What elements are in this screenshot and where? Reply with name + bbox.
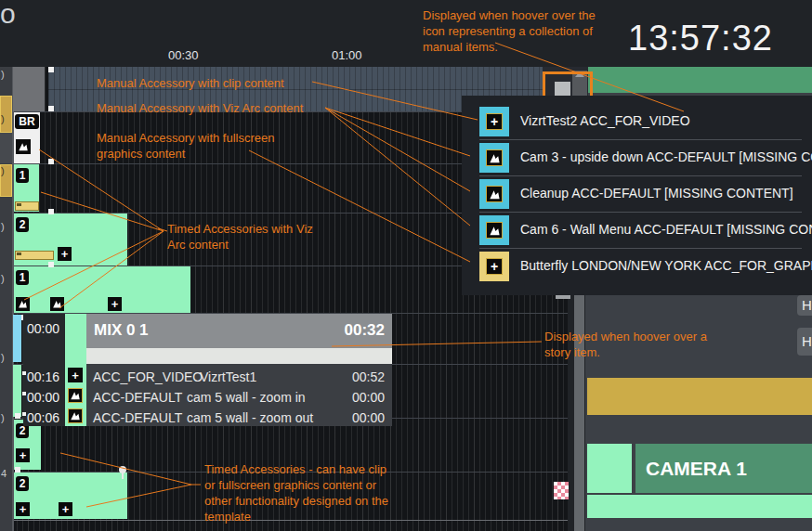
row-start-marker	[15, 413, 20, 419]
transparency-checker-icon	[554, 482, 569, 499]
story-accessory-row: ACC-DEFAULT cam 5 wall - zoom in 00:00	[86, 387, 392, 408]
panel-button-1[interactable]: H	[797, 295, 812, 316]
story-accessory-row: ACC-DEFAULT cam 5 wall - zoom out 00:00	[86, 408, 392, 428]
manual-item[interactable]: Cam 6 - Wall Menu ACC-DEFAULT [MISSING C…	[462, 212, 812, 248]
annotation-timed-accessories: Timed Accessories with Viz Arc content	[167, 221, 325, 253]
accessory-type: ACC-DEFAULT	[93, 408, 182, 428]
annotation-fullscreen-content: Manual Accessory with fullscreen graphic…	[97, 130, 282, 162]
story-accessory-row: ACC_FOR_VIDEO VizrtTest1 00:52	[86, 367, 392, 387]
time-tick	[22, 371, 26, 375]
row-start-marker	[48, 209, 54, 214]
camera-item-block[interactable]: CAMERA 1	[635, 444, 812, 493]
story-accessory-list: ACC_FOR_VIDEO VizrtTest1 00:52 ACC-DEFAU…	[86, 364, 392, 426]
wall-clock: 13:57:32	[628, 19, 773, 58]
clip-plus-icon[interactable]: +	[16, 502, 30, 516]
viz-arc-icon[interactable]	[68, 408, 83, 423]
annotation-collection: Displayed when hoover over the icon repr…	[423, 7, 609, 55]
clip-plus-icon: +	[479, 107, 509, 136]
row-start-marker	[48, 67, 54, 72]
row-header-block	[13, 67, 45, 111]
row-start-marker	[48, 106, 54, 111]
clip-badge: 1	[16, 168, 29, 183]
window-title-fragment: o	[0, 0, 16, 30]
clip-plus-icon[interactable]: +	[16, 448, 30, 462]
manual-item[interactable]: + VizrtTest2 ACC_FOR_VIDEO	[462, 103, 812, 139]
clip-item-strip[interactable]	[587, 495, 812, 518]
wall-item-bar[interactable]	[587, 378, 812, 415]
annotation-vizarc-content: Manual Accessory with Viz Arc content	[97, 100, 357, 116]
accessory-duration: 00:00	[352, 387, 385, 408]
accessory-type: ACC_FOR_VIDEO	[93, 367, 203, 387]
row-start-marker	[15, 467, 20, 473]
clip-badge: 2	[16, 476, 29, 491]
ruler-tick-0100: 01:00	[332, 48, 362, 62]
accessory-time: 00:06	[27, 410, 59, 425]
duration-bar-notch	[17, 253, 21, 255]
manual-item[interactable]: Cam 3 - upside down ACC-DEFAULT [MISSING…	[462, 139, 812, 175]
story-color-tab	[0, 133, 12, 163]
pre-time: 00:00	[27, 321, 59, 336]
story-number-clipped: )	[1, 412, 5, 423]
viz-arc-icon	[479, 215, 509, 245]
clip-badge: 2	[16, 217, 29, 232]
viz-arc-icon[interactable]	[16, 139, 31, 154]
viz-arc-icon[interactable]	[50, 297, 64, 311]
manual-item[interactable]: + Butterfly LONDON/NEW YORK ACC_FOR_GRAP…	[462, 248, 812, 284]
clip-plus-icon[interactable]: +	[108, 297, 122, 311]
viz-arc-icon	[479, 179, 509, 209]
time-tick	[22, 392, 26, 395]
accessory-duration: 00:00	[352, 408, 385, 428]
panel-button-2[interactable]: H	[797, 328, 812, 356]
viz-arc-icon[interactable]	[68, 388, 83, 403]
story-number-clipped: )	[1, 69, 5, 80]
br-badge: BR	[15, 114, 39, 129]
manual-items-popup: + VizrtTest2 ACC_FOR_VIDEO Cam 3 - upsid…	[462, 96, 812, 295]
clip-plus-icon[interactable]: +	[59, 502, 72, 516]
story-tooltip-time-column: 00:00 00:16 00:00 00:06	[23, 314, 65, 426]
clip-plus-icon[interactable]: +	[68, 368, 83, 382]
clip-badge: 1	[16, 270, 29, 285]
accessory-time: 00:16	[27, 369, 59, 384]
story-tooltip: MIX 0 1 00:32 ACC_FOR_VIDEO VizrtTest1 0…	[86, 314, 392, 426]
clip-edge-indicator	[13, 365, 21, 417]
story-title: MIX 0 1	[94, 321, 149, 340]
ruler-tick-0030: 00:30	[168, 48, 199, 62]
accessory-duration: 00:52	[352, 367, 385, 387]
story-number-clipped: )	[1, 273, 5, 284]
timed-accessory-clip[interactable]	[14, 266, 190, 313]
row-start-marker	[48, 262, 54, 267]
annotation-timed-bottom: Timed Accessories - can have clip or ful…	[204, 461, 413, 525]
story-number-clipped: )	[1, 221, 5, 232]
story-number-clipped: )	[1, 352, 5, 363]
time-tick	[22, 412, 26, 416]
annotation-story-item: Displayed when hoover over a story item.	[544, 329, 740, 360]
clip-pin-stem	[122, 473, 124, 479]
accessory-name: cam 5 wall - zoom in	[187, 387, 306, 408]
accessory-time: 00:00	[27, 390, 59, 405]
accessory-name: VizrtTest1	[200, 367, 256, 387]
clip-plus-icon[interactable]: +	[58, 247, 72, 261]
story-tooltip-header: MIX 0 1 00:32	[86, 314, 392, 348]
story-progress-bar	[86, 348, 392, 364]
accessory-type: ACC-DEFAULT	[93, 387, 182, 408]
mosart-timeline-window: o 13:57:32 00:30 01:00 ) ) ) ) ) ) ) 4 B…	[0, 0, 812, 531]
camera-pre-cell[interactable]	[587, 444, 632, 493]
viz-arc-icon[interactable]	[16, 297, 30, 311]
story-number-clipped: )	[1, 113, 5, 124]
graphics-plus-icon: +	[479, 252, 509, 281]
duration-bar-notch	[17, 203, 21, 206]
accessory-name: cam 5 wall - zoom out	[187, 408, 313, 428]
story-duration: 00:32	[345, 321, 385, 340]
manual-item[interactable]: Cleanup ACC-DEFAULT [MISSING CONTENT]	[462, 175, 812, 212]
row-start-marker	[48, 159, 54, 164]
story-number-clipped: )	[1, 165, 5, 176]
story-number-clipped: 4	[1, 468, 7, 479]
annotation-clip-content: Manual Accessory with clip content	[97, 75, 338, 91]
current-item-indicator	[13, 315, 21, 362]
on-air-bar	[588, 67, 812, 93]
viz-arc-icon	[479, 143, 509, 173]
